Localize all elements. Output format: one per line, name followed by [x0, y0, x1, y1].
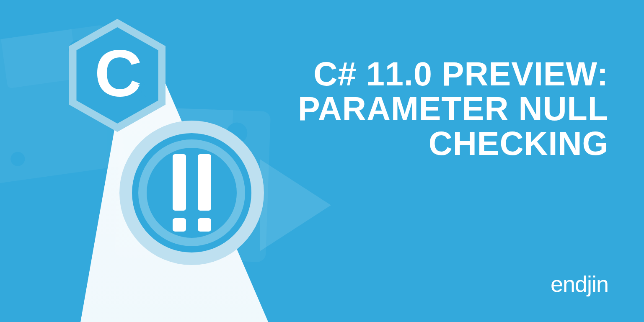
- double-bang-circle-badge: [119, 121, 264, 265]
- title-line-1: C# 11.0 PREVIEW:: [298, 57, 608, 92]
- double-exclamation-icon: [119, 121, 264, 265]
- csharp-hash-symbol: #: [138, 82, 148, 102]
- background-arrow-icon: [260, 159, 331, 251]
- title-line-3: CHECKING: [298, 126, 608, 161]
- svg-line-2: [140, 91, 141, 101]
- title-line-2: PARAMETER NULL: [298, 92, 608, 126]
- csharp-hexagon-badge: C #: [65, 17, 170, 134]
- svg-line-3: [145, 91, 145, 101]
- csharp-letter-c: C: [94, 35, 140, 111]
- hero-title: C# 11.0 PREVIEW: PARAMETER NULL CHECKING: [298, 57, 608, 161]
- endjin-logo: endjin: [551, 271, 608, 297]
